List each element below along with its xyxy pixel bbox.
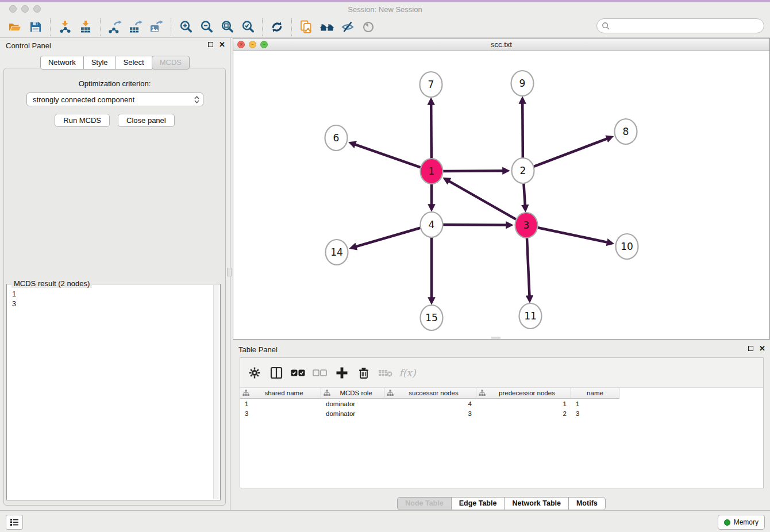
deselect-all-icon[interactable] [310, 364, 330, 382]
graph-edge-3-10[interactable] [537, 228, 612, 244]
graph-edge-4-3[interactable] [442, 225, 511, 225]
mcds-tab-content: Optimization criterion: strongly connect… [3, 68, 226, 506]
network-zoom-button[interactable]: + [260, 41, 268, 48]
graph-node-label-4: 4 [429, 219, 435, 230]
float-table-panel-icon[interactable] [748, 346, 753, 351]
tab-mcds[interactable]: MCDS [152, 56, 190, 70]
zoom-out-icon[interactable] [196, 18, 217, 36]
table-panel-title: Table Panel [238, 345, 278, 354]
graph-node-label-14: 14 [330, 246, 343, 258]
graph-edge-1-2[interactable] [442, 171, 507, 171]
table-settings-icon[interactable] [245, 364, 264, 382]
zoom-fit-icon[interactable] [217, 18, 237, 36]
network-window-titlebar[interactable]: ✕ − + scc.txt [233, 38, 769, 51]
cell-name[interactable]: 3 [571, 408, 619, 418]
table-row[interactable]: 1 dominator 4 1 1 [240, 399, 763, 408]
import-table-icon[interactable] [75, 18, 96, 36]
cell-successor-nodes[interactable]: 3 [384, 408, 476, 418]
float-panel-icon[interactable] [208, 42, 213, 47]
tab-node-table[interactable]: Node Table [397, 497, 451, 510]
tab-motifs[interactable]: Motifs [568, 497, 606, 510]
cell-predecessor-nodes[interactable]: 2 [476, 408, 571, 418]
node-table-container: f(x) shared name MCDS role successor nod… [240, 357, 764, 488]
tab-network-table[interactable]: Network Table [504, 497, 569, 510]
graph-node-label-2: 2 [520, 165, 526, 176]
cell-successor-nodes[interactable]: 4 [384, 399, 476, 408]
graph-edge-3-11[interactable] [527, 236, 530, 300]
hide-graphics-details-icon[interactable] [337, 18, 358, 36]
add-column-icon[interactable] [332, 364, 352, 382]
refresh-icon[interactable] [267, 18, 287, 36]
close-panel-button[interactable]: Close panel [118, 114, 175, 127]
graph-edge-2-9[interactable] [522, 99, 523, 160]
column-header-predecessor-nodes[interactable]: predecessor nodes [476, 388, 571, 399]
graph-edge-1-7[interactable] [431, 100, 432, 161]
column-header-successor-nodes[interactable]: successor nodes [384, 388, 476, 399]
network-canvas[interactable]: 7968124314101511 [233, 51, 769, 339]
graph-node-label-8: 8 [623, 126, 629, 137]
mcds-result-value: 1 [12, 290, 213, 299]
window-zoom-button[interactable] [33, 5, 41, 13]
graph-node-label-6: 6 [333, 132, 340, 144]
network-close-button[interactable]: ✕ [237, 41, 245, 48]
control-panel-tabs: Network Style Select MCDS [0, 56, 230, 70]
select-all-icon[interactable] [288, 364, 308, 382]
run-mcds-button[interactable]: Run MCDS [55, 114, 110, 127]
cell-mcds-role[interactable]: dominator [321, 399, 384, 408]
save-session-icon[interactable] [25, 18, 46, 36]
graph-node-label-10: 10 [621, 241, 633, 252]
column-view-icon[interactable] [267, 364, 286, 382]
column-header-mcds-role[interactable]: MCDS role [321, 388, 384, 399]
close-panel-icon[interactable]: ✕ [219, 41, 225, 48]
export-table-icon[interactable] [125, 18, 146, 36]
close-table-panel-icon[interactable]: ✕ [759, 345, 765, 352]
cell-shared-name[interactable]: 1 [240, 399, 321, 408]
network-minimize-button[interactable]: − [249, 41, 256, 48]
tab-select[interactable]: Select [116, 56, 152, 70]
delete-column-icon[interactable] [354, 364, 374, 382]
toolbar-separator [262, 18, 263, 36]
import-network-icon[interactable] [55, 18, 75, 36]
graph-edge-2-3[interactable] [523, 181, 525, 210]
table-row[interactable]: 3 dominator 3 2 3 [240, 408, 763, 418]
result-scrollbar[interactable] [213, 285, 220, 499]
export-image-icon[interactable] [146, 18, 167, 36]
export-network-icon[interactable] [105, 18, 125, 36]
graph-edge-3-1[interactable] [445, 179, 517, 220]
graph-edge-2-8[interactable] [533, 137, 611, 167]
column-header-name[interactable]: name [571, 388, 619, 399]
zoom-in-icon[interactable] [175, 18, 196, 36]
cell-shared-name[interactable]: 3 [240, 408, 321, 418]
tab-edge-table[interactable]: Edge Table [451, 497, 505, 510]
zoom-selected-icon[interactable] [237, 18, 258, 36]
cell-name[interactable]: 1 [571, 399, 619, 408]
main-toolbar [0, 16, 770, 38]
task-history-button[interactable] [6, 515, 23, 530]
canvas-resize-grip[interactable] [491, 337, 500, 339]
tab-network[interactable]: Network [40, 56, 84, 70]
open-session-icon[interactable] [5, 18, 25, 36]
graph-edge-1-6[interactable] [351, 143, 422, 168]
criterion-dropdown[interactable]: strongly connected component [26, 92, 203, 106]
column-header-shared-name[interactable]: shared name [240, 388, 321, 399]
search-field[interactable] [596, 18, 764, 33]
cell-predecessor-nodes[interactable]: 1 [476, 399, 571, 408]
status-bar: Memory [0, 510, 770, 532]
cell-mcds-role[interactable]: dominator [321, 408, 384, 418]
search-input[interactable] [613, 20, 764, 32]
mcds-result-list[interactable]: 1 3 [7, 286, 213, 499]
window-close-button[interactable] [9, 5, 17, 13]
home-icon[interactable] [317, 18, 337, 36]
network-window-title: scc.txt [491, 40, 512, 49]
delete-table-icon[interactable] [376, 364, 395, 382]
optimization-criterion-label: Optimization criterion: [4, 79, 225, 88]
hierarchy-icon [324, 390, 330, 396]
splitter-handle[interactable] [227, 268, 232, 276]
show-graphics-details-icon[interactable] [358, 18, 379, 36]
duplicate-network-documents-icon[interactable] [296, 18, 317, 36]
graph-edge-4-14[interactable] [352, 228, 422, 248]
window-minimize-button[interactable] [21, 5, 29, 13]
memory-button[interactable]: Memory [718, 515, 765, 530]
function-builder-icon[interactable]: f(x) [398, 364, 417, 382]
tab-style[interactable]: Style [83, 56, 116, 70]
